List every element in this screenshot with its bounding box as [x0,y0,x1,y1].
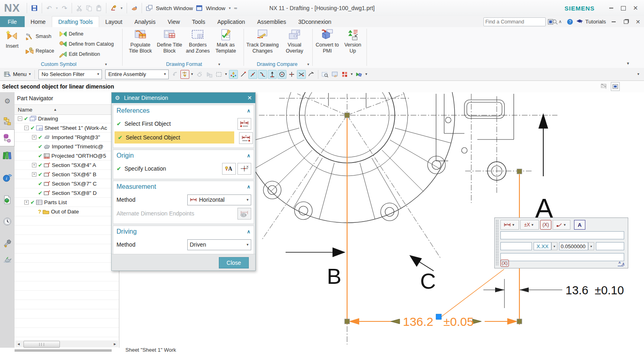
snap-point-icon[interactable] [229,70,238,79]
dimension-style-button[interactable]: x▼ [500,220,519,230]
populate-title-block-button[interactable]: Populate Title Block [126,28,155,54]
find-command-input[interactable] [484,19,552,25]
tree-row-projected-ortho[interactable]: ✔ Projected "ORTHO@5 [15,151,119,160]
ribbon-minimize-icon[interactable] [608,17,620,27]
tree-row-imported-right[interactable]: + ✔ Imported "Right@3" [15,133,119,142]
check-icon[interactable]: ✔ [30,125,35,131]
dialog-close-icon[interactable]: ✕ [247,95,252,101]
tolerance-type-button[interactable]: ±X▼ [520,220,539,230]
minimize-button[interactable] [605,3,617,13]
snap-point-filter-icon[interactable] [180,70,189,79]
tab-file[interactable]: File [0,16,25,27]
menu-button[interactable]: Menu [12,71,28,77]
check-icon[interactable]: ✔ [24,116,28,122]
expand-icon[interactable]: + [32,163,36,167]
part-navigator-icon[interactable] [0,129,15,146]
toolbar-overflow-icon[interactable]: ≂ [233,6,239,11]
tree-row-out-of-date[interactable]: ? Out of Date [15,207,119,216]
horizontal-scrollbar[interactable]: ◄ ► [15,340,118,347]
tree-row-sheet[interactable]: − ✔ Sheet "Sheet 1" (Work-Ac [15,123,119,133]
tolerance-value-input[interactable] [559,242,588,250]
measurement-method-combo[interactable]: xHorizontal ▼ [187,194,251,205]
coordinate-location-icon[interactable]: X [237,163,251,175]
roller-gear-icon[interactable]: ⚙ [0,93,15,109]
web-browser-icon[interactable]: i [0,170,15,186]
touch-mode-icon[interactable] [129,3,139,13]
show-hide-icon[interactable] [354,70,363,79]
caret-down-icon[interactable]: ▼ [512,223,515,227]
define-title-block-button[interactable]: Define Title Block [155,28,184,54]
group-caret-icon[interactable]: ▼ [307,63,310,66]
tab-drafting-tools[interactable]: Drafting Tools [52,16,99,27]
select-second-object-row[interactable]: ✔ Select Second Object [114,131,234,144]
check-icon[interactable]: ✔ [38,181,42,187]
tutorials-icon[interactable] [575,17,584,26]
active-dim-value[interactable]: 136.2 [403,315,433,328]
window-menu-button[interactable]: Window [204,5,227,11]
tree-row-section-sx6[interactable]: + ✔ Section "SX@6" B [15,170,119,179]
tree-row-parts-list[interactable]: + ✔ Parts List [15,198,119,207]
define-symbol-button[interactable]: Define [59,30,83,38]
snap-arc-center-icon[interactable] [278,70,286,79]
panel-resize-bar[interactable] [15,349,112,352]
expand-icon[interactable]: + [32,135,36,139]
tutorials-button[interactable]: Tutorials [585,19,606,25]
assembly-navigator-icon[interactable] [0,113,15,129]
caret-down-icon[interactable]: ▼ [244,243,251,247]
snap-existing-point-icon[interactable] [297,70,306,79]
define-from-catalog-button[interactable]: Define from Catalog [59,40,114,48]
history-page-icon[interactable] [0,192,15,208]
tab-3dconnexion[interactable]: 3Dconnexion [292,16,337,27]
mark-as-template-button[interactable]: Mark as Template [213,28,239,54]
caret-down-icon[interactable]: ▼ [162,72,168,76]
dialog-close-button[interactable]: Close [219,257,249,268]
snap-filter-caret-icon[interactable]: ▼ [191,72,194,76]
format-caret-icon[interactable]: ▼ [551,242,557,250]
text-settings-icon[interactable]: AA [617,260,624,266]
collapse-icon[interactable]: − [18,116,22,121]
driving-header[interactable]: Driving ∧ [113,226,254,237]
insert-symbol-button[interactable]: Insert [2,30,23,49]
scroll-right-icon[interactable]: ► [112,340,118,347]
active-dim-tolerance[interactable]: ±0.05 [443,315,474,328]
snap-endpoint-icon[interactable] [239,70,248,79]
minimize-ribbon-icon[interactable]: ∧ [556,17,565,26]
origin-header[interactable]: Origin ∧ [113,150,254,161]
snap-intersection-icon[interactable] [268,70,277,79]
full-screen-toggle-icon[interactable] [611,82,620,91]
check-icon[interactable]: ✔ [38,162,42,168]
ribbon-restore-icon[interactable] [620,17,632,27]
dimension-text-handle[interactable] [436,314,441,319]
select-first-object-row[interactable]: ✔ Select First Object x [117,118,251,130]
snap-midpoint-icon[interactable] [248,70,257,79]
dimension-handle[interactable] [517,319,522,324]
display-mode-icon[interactable] [340,70,349,79]
tolerance-caret-icon[interactable]: ▼ [588,242,594,250]
help-icon[interactable]: ? [566,17,574,26]
tab-application[interactable]: Application [211,16,251,27]
borders-and-zones-button[interactable]: Borders and Zones [184,28,211,54]
collapse-chevron-icon[interactable]: ∧ [247,108,250,114]
selection-filter-combo[interactable]: No Selection Filter ▼ [38,70,102,79]
tab-layout[interactable]: Layout [99,16,128,27]
tab-tools[interactable]: Tools [186,16,212,27]
smash-button[interactable]: Smash [25,32,51,41]
dimension-handle[interactable] [345,113,350,118]
track-drawing-changes-button[interactable]: Track Drawing Changes [246,28,279,54]
check-icon[interactable]: ✔ [38,171,42,177]
version-up-button[interactable]: Version Up [341,28,364,54]
edit-definition-button[interactable]: Edit Definition [59,51,100,58]
no-decimal-button[interactable]: (X) [540,220,551,230]
ribbon-overflow-icon[interactable]: ▼ [626,61,630,65]
collapse-icon[interactable]: − [24,126,29,130]
group-caret-icon[interactable]: ▼ [104,63,108,66]
check-icon[interactable]: ✔ [38,190,42,196]
maximize-button[interactable] [617,3,629,13]
toolbar-overflow-caret-icon[interactable]: ▼ [637,72,640,76]
tree-row-section-sx4[interactable]: + ✔ Section "SX@4" A [15,160,119,170]
leader-style-button[interactable]: ▼ [553,220,570,230]
snap-quadrant-icon[interactable] [287,70,296,79]
dimension-handle[interactable] [345,319,350,324]
name-column-header[interactable]: Name ▲ [15,104,119,115]
snap-control-point-icon[interactable] [258,70,267,79]
